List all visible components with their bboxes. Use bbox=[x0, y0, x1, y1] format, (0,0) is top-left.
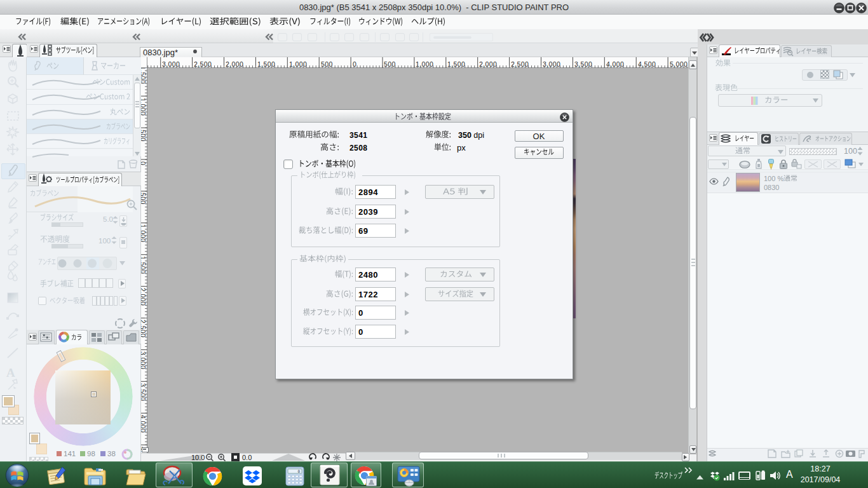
svg-text:0: 0 bbox=[297, 469, 300, 473]
